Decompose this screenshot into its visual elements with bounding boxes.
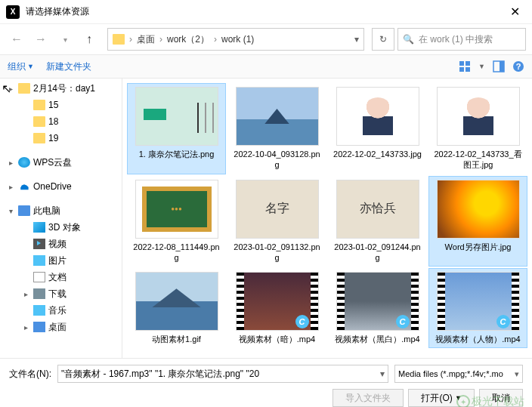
address-bar[interactable]: › 桌面 › work（2） › work (1) ▾	[107, 28, 364, 51]
file-item[interactable]: Word另存图片.jpg	[428, 176, 527, 267]
expander-icon[interactable]: ▾	[6, 207, 15, 215]
tree-item[interactable]: 18	[0, 113, 122, 130]
tree-item[interactable]: ▾此电脑	[0, 202, 122, 219]
music-icon	[33, 305, 45, 316]
badge-icon: C	[396, 315, 410, 328]
breadcrumb[interactable]: work（2）	[167, 33, 209, 46]
file-item[interactable]: C视频素材（黑白）.mp4	[328, 268, 427, 348]
tree-label: OneDrive	[33, 181, 72, 192]
app-icon: X	[6, 5, 20, 19]
back-button[interactable]: ←	[6, 29, 27, 50]
file-name: 1. 康奈尔笔记法.png	[139, 149, 215, 159]
chevron-down-icon[interactable]: ▾	[515, 369, 519, 379]
filename-label: 文件名(N):	[9, 368, 51, 381]
sidebar: ▸2月14号：day1151819▸WPS云盘▸OneDrive▾此电脑3D 对…	[0, 79, 122, 358]
refresh-button[interactable]: ↻	[372, 28, 394, 51]
breadcrumb[interactable]: work (1)	[221, 34, 254, 45]
tree-label: 15	[48, 100, 58, 110]
tree-label: 3D 对象	[48, 221, 81, 234]
tree-item[interactable]: 图片	[0, 252, 122, 269]
view-icon[interactable]	[459, 60, 471, 72]
expander-icon[interactable]: ▸	[6, 183, 15, 191]
tree-item[interactable]: ▸OneDrive	[0, 178, 122, 195]
tree-label: 此电脑	[33, 205, 60, 217]
file-item[interactable]: 2022-12-02_143733_看图王.jpg	[428, 83, 527, 174]
file-name: 2022-12-02_143733.jpg	[333, 149, 422, 159]
tree-item[interactable]: ▸WPS云盘	[0, 154, 122, 171]
chevron-down-icon[interactable]: ▾	[380, 368, 385, 379]
badge-icon: C	[496, 315, 510, 328]
tree-item[interactable]: 3D 对象	[0, 219, 122, 236]
expander-icon[interactable]: ▸	[21, 323, 30, 331]
file-grid: 1. 康奈尔笔记法.png2022-10-04_093128.png2022-1…	[122, 79, 532, 358]
cancel-button[interactable]: 取消	[479, 389, 523, 407]
tree-item[interactable]: ▸桌面	[0, 319, 122, 335]
file-type-filter[interactable]: Media files (*.mpg;*.f4v;*.mo ▾	[394, 365, 523, 383]
filename-input[interactable]: "音频素材 - 1967.mp3" "1. 康奈尔笔记法.png" "20 ▾	[57, 365, 388, 383]
svg-rect-1	[466, 61, 470, 66]
onedrive-icon	[18, 181, 30, 192]
file-item[interactable]: 2022-12-08_111449.png	[127, 176, 226, 267]
svg-rect-0	[459, 61, 464, 66]
forward-button[interactable]: →	[30, 29, 51, 50]
tree-item[interactable]: 文档	[0, 269, 122, 285]
thumbnail	[135, 180, 218, 239]
tree-item[interactable]: 19	[0, 130, 122, 146]
folder-icon	[113, 34, 125, 45]
address-dropdown[interactable]: ▾	[354, 34, 359, 45]
file-name: 视频素材（暗）.mp4	[239, 334, 315, 344]
folder-icon	[33, 133, 45, 143]
import-folder-button[interactable]: 导入文件夹	[332, 389, 404, 407]
recent-dropdown[interactable]: ▾	[54, 29, 76, 50]
tree-item[interactable]: 音乐	[0, 302, 122, 319]
desk-icon	[33, 322, 45, 332]
svg-rect-2	[459, 67, 464, 72]
tree-label: 图片	[48, 254, 66, 267]
nav-bar: ← → ▾ ↑ › 桌面 › work（2） › work (1) ▾ ↻ 🔍 …	[0, 24, 532, 54]
file-item[interactable]: 亦恰兵2023-01-02_091244.png	[328, 176, 427, 267]
file-item[interactable]: 名字2023-01-02_091132.png	[227, 176, 326, 267]
file-item[interactable]: 2022-10-04_093128.png	[227, 83, 326, 174]
svg-rect-5	[500, 61, 504, 72]
file-name: 2022-12-08_111449.png	[131, 242, 222, 264]
help-icon[interactable]: ?	[512, 60, 524, 72]
preview-pane-icon[interactable]	[493, 60, 505, 72]
close-button[interactable]: ✕	[504, 5, 526, 19]
breadcrumb[interactable]: 桌面	[137, 33, 155, 46]
file-item[interactable]: 动图素材1.gif	[127, 268, 226, 348]
file-item[interactable]: 1. 康奈尔笔记法.png	[127, 83, 226, 174]
tree-item[interactable]: ▸下载	[0, 285, 122, 302]
content-area: ▸2月14号：day1151819▸WPS云盘▸OneDrive▾此电脑3D 对…	[0, 79, 532, 358]
svg-rect-3	[466, 67, 470, 72]
folder-icon	[33, 116, 45, 127]
thumbnail	[135, 87, 218, 146]
file-name: 2023-01-02_091244.png	[332, 242, 423, 264]
chevron-right-icon: ›	[159, 34, 162, 45]
toolbar: 组织▼ 新建文件夹 ▼ ?	[0, 54, 532, 79]
expander-icon[interactable]: ▸	[6, 85, 15, 93]
tree-item[interactable]: 15	[0, 97, 122, 113]
search-input[interactable]: 🔍 在 work (1) 中搜索	[397, 28, 526, 51]
file-item[interactable]: C视频素材（暗）.mp4	[227, 268, 326, 348]
tree-label: 18	[48, 116, 58, 127]
new-folder-button[interactable]: 新建文件夹	[46, 60, 91, 73]
chevron-right-icon: ›	[214, 34, 217, 45]
svg-text:?: ?	[516, 62, 521, 71]
organize-button[interactable]: 组织▼	[8, 60, 34, 73]
tree-item[interactable]: ▸2月14号：day1	[0, 80, 122, 97]
view-dropdown[interactable]: ▼	[478, 63, 485, 70]
up-button[interactable]: ↑	[79, 29, 100, 50]
file-name: 视频素材（人物）.mp4	[435, 334, 520, 344]
search-placeholder: 在 work (1) 中搜索	[419, 33, 493, 46]
search-icon: 🔍	[403, 34, 414, 45]
open-button[interactable]: 打开(O) ▼	[408, 389, 475, 407]
file-name: 动图素材1.gif	[152, 334, 201, 344]
file-item[interactable]: C视频素材（人物）.mp4	[428, 268, 527, 348]
thumbnail	[437, 180, 520, 239]
expander-icon[interactable]: ▸	[6, 159, 15, 167]
expander-icon[interactable]: ▸	[21, 290, 30, 298]
down-icon	[33, 288, 45, 299]
tree-item[interactable]: 视频	[0, 236, 122, 252]
video-icon	[33, 239, 45, 249]
file-item[interactable]: 2022-12-02_143733.jpg	[328, 83, 427, 174]
